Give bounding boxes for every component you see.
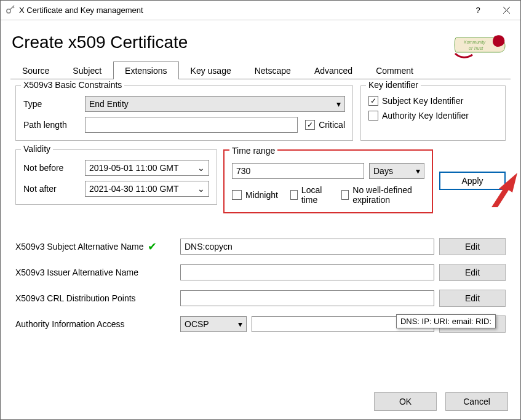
tooltip: DNS: IP: URI: email: RID:: [396, 314, 496, 328]
critical-checkbox[interactable]: Critical: [305, 120, 345, 130]
ian-label: X509v3 Issuer Alternative Name: [15, 267, 175, 277]
tabpage-extensions: X509v3 Basic Constraints Type End Entity…: [12, 79, 509, 333]
checkbox-icon: [368, 96, 378, 106]
page-title: Create x509 Certificate: [12, 33, 509, 52]
time-range-legend: Time range: [229, 146, 277, 156]
san-input[interactable]: [180, 239, 434, 255]
svg-text:of Trust: of Trust: [469, 46, 483, 50]
crl-edit-button[interactable]: Edit: [439, 290, 506, 307]
svg-text:Kommunity: Kommunity: [464, 40, 486, 45]
not-after-label: Not after: [23, 184, 85, 194]
ian-edit-button[interactable]: Edit: [439, 264, 506, 281]
svg-marker-7: [491, 173, 517, 207]
not-before-label: Not before: [23, 163, 85, 173]
close-icon: [503, 7, 510, 14]
tab-advanced[interactable]: Advanced: [303, 61, 364, 79]
crl-label: X509v3 CRL Distribution Points: [15, 293, 175, 303]
time-range-value-input[interactable]: [232, 163, 364, 179]
chevron-down-icon: ⌄: [197, 184, 205, 194]
tab-subject[interactable]: Subject: [61, 61, 113, 79]
not-after-select[interactable]: 2021-04-30 11:00 GMT ⌄: [85, 181, 209, 197]
annotation-arrow-icon: [490, 172, 520, 208]
group-key-identifier: Key identifier Subject Key Identifier Au…: [360, 85, 506, 141]
midnight-checkbox[interactable]: Midnight: [232, 185, 278, 205]
checkbox-icon: [368, 111, 378, 121]
time-range-unit-select[interactable]: Days ▾: [369, 163, 424, 179]
tab-bar: Source Subject Extensions Key usage Nets…: [10, 61, 511, 79]
ian-input[interactable]: [180, 264, 434, 280]
app-logo: Kommunity of Trust: [451, 31, 507, 58]
type-label: Type: [23, 99, 85, 109]
tab-key-usage[interactable]: Key usage: [179, 61, 243, 79]
close-button[interactable]: [492, 1, 520, 20]
authority-key-identifier-checkbox[interactable]: Authority Key Identifier: [368, 111, 498, 121]
crl-input[interactable]: [180, 290, 434, 306]
san-label: X509v3 Subject Alternative Name ✔: [15, 240, 175, 253]
svg-point-0: [7, 9, 10, 13]
titlebar: X Certificate and Key management ?: [1, 1, 520, 20]
cancel-button[interactable]: Cancel: [445, 392, 508, 411]
checkbox-icon: [290, 190, 298, 200]
client-area: Create x509 Certificate Kommunity of Tru…: [1, 20, 520, 333]
chevron-down-icon: ▾: [238, 319, 242, 329]
tab-comment[interactable]: Comment: [364, 61, 425, 79]
type-select[interactable]: End Entity ▾: [85, 96, 345, 112]
san-edit-button[interactable]: Edit: [439, 238, 506, 255]
tab-source[interactable]: Source: [10, 61, 61, 79]
svg-line-2: [13, 7, 14, 8]
checkbox-icon: [341, 190, 349, 200]
window-title: X Certificate and Key management: [19, 6, 143, 15]
chevron-down-icon: ⌄: [197, 163, 205, 173]
key-identifier-legend: Key identifier: [366, 80, 421, 90]
key-icon: [6, 4, 15, 16]
ok-button[interactable]: OK: [374, 392, 437, 411]
no-expiration-checkbox[interactable]: No well-defined expiration: [341, 185, 424, 205]
not-before-select[interactable]: 2019-05-01 11:00 GMT ⌄: [85, 160, 209, 176]
aia-label: Authority Information Access: [15, 319, 175, 329]
group-validity: Validity Not before 2019-05-01 11:00 GMT…: [15, 149, 217, 205]
path-length-input[interactable]: [85, 117, 298, 133]
tab-extensions[interactable]: Extensions: [113, 61, 178, 79]
dialog-buttons: OK Cancel: [374, 392, 508, 411]
checkbox-icon: [232, 190, 242, 200]
local-time-checkbox[interactable]: Local time: [290, 185, 329, 205]
aia-method-select[interactable]: OCSP ▾: [180, 316, 247, 332]
chevron-down-icon: ▾: [416, 166, 420, 176]
basic-constraints-legend: X509v3 Basic Constraints: [21, 80, 124, 90]
valid-checkmark-icon: ✔: [148, 240, 157, 253]
validity-legend: Validity: [21, 144, 53, 154]
group-time-range: Time range Days ▾ Midnight Local: [223, 149, 433, 213]
group-basic-constraints: X509v3 Basic Constraints Type End Entity…: [15, 85, 353, 141]
path-length-label: Path length: [23, 120, 85, 130]
chevron-down-icon: ▾: [336, 99, 341, 109]
checkbox-icon: [305, 120, 315, 130]
subject-key-identifier-checkbox[interactable]: Subject Key Identifier: [368, 96, 498, 106]
tab-netscape[interactable]: Netscape: [243, 61, 303, 79]
help-button[interactable]: ?: [464, 1, 492, 20]
